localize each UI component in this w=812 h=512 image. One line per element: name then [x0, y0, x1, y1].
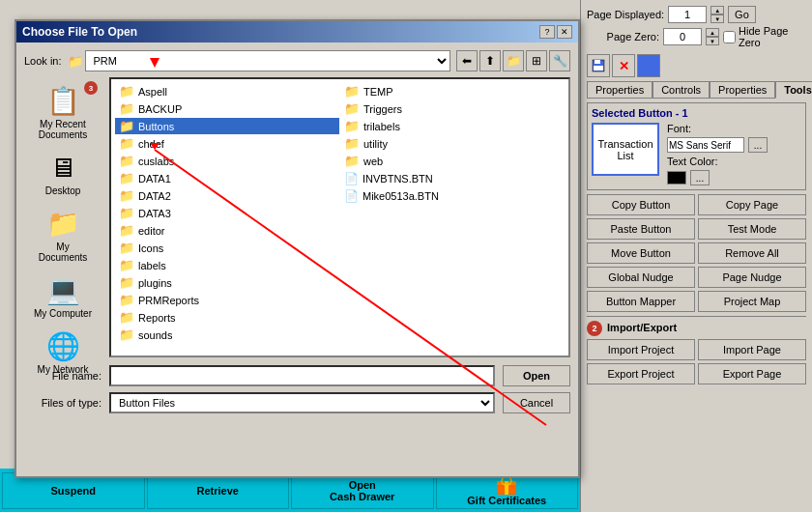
open-button[interactable]: Open — [503, 365, 570, 386]
remove-all-btn[interactable]: Remove All — [698, 242, 806, 264]
file-name-input[interactable] — [109, 365, 495, 386]
folder-icon: 📁 — [344, 84, 360, 99]
font-input[interactable] — [667, 137, 744, 153]
page-zero-input[interactable] — [663, 28, 702, 45]
nav-tools-btn[interactable]: 🔧 — [549, 50, 570, 71]
files-of-type-select[interactable]: Button Files — [109, 392, 495, 413]
svg-rect-1 — [594, 60, 600, 64]
tab-controls[interactable]: Controls — [652, 81, 710, 98]
folder-prmreports[interactable]: 📁 PRMReports — [115, 292, 339, 308]
folder-label: cuslabs — [138, 156, 174, 167]
page-up-btn[interactable]: ▲ — [710, 6, 724, 14]
file-list[interactable]: 📁 Aspell 📁 TEMP 📁 BACKUP 📁 Triggers — [109, 77, 570, 357]
folder-buttons[interactable]: 📁 Buttons — [115, 118, 339, 134]
cancel-button[interactable]: Cancel — [503, 392, 570, 413]
folder-trilabels[interactable]: 📁 trilabels — [340, 118, 565, 134]
folder-data1[interactable]: 📁 DATA1 — [115, 170, 339, 186]
look-in-row: Look in: 📁 PRM ⬅ ⬆ 📁 ⊞ 🔧 — [24, 50, 570, 71]
folder-label: Icons — [138, 242, 163, 254]
folder-labels[interactable]: 📁 labels — [115, 257, 339, 273]
dialog-body: Look in: 📁 PRM ⬅ ⬆ 📁 ⊞ 🔧 3 📋 — [16, 43, 578, 421]
left-item-documents[interactable]: 📁 My Documents — [28, 204, 98, 267]
paste-button-btn[interactable]: Paste Button — [587, 218, 695, 240]
nav-back-btn[interactable]: ⬅ — [456, 50, 478, 71]
left-panel-shortcuts: 3 📋 My RecentDocuments 🖥 Desktop 📁 My Do… — [24, 77, 102, 357]
font-ellipsis-btn[interactable]: ... — [748, 137, 768, 153]
folder-cuslabs[interactable]: 📁 cuslabs — [115, 153, 339, 169]
look-in-select[interactable]: PRM — [85, 50, 450, 71]
export-project-btn[interactable]: Export Project — [587, 363, 695, 384]
file-mike0513a[interactable]: 📄 Mike0513a.BTN — [340, 187, 565, 204]
left-item-recent[interactable]: 3 📋 My RecentDocuments — [28, 81, 98, 144]
folder-utility[interactable]: 📁 utility — [340, 135, 565, 152]
export-page-btn[interactable]: Export Page — [698, 363, 806, 384]
import-export-title: 2 Import/Export — [587, 321, 806, 336]
tab-properties2[interactable]: Properties — [710, 81, 775, 98]
button-preview[interactable]: TransactionList — [592, 123, 659, 176]
file-area: 3 📋 My RecentDocuments 🖥 Desktop 📁 My Do… — [24, 77, 570, 357]
folder-label: editor — [138, 225, 165, 237]
nav-new-folder-btn[interactable]: 📁 — [503, 50, 524, 71]
color-ellipsis-btn[interactable]: ... — [690, 170, 710, 185]
folder-icon: 📁 — [119, 84, 134, 99]
global-nudge-btn[interactable]: Global Nudge — [587, 267, 695, 288]
files-of-type-row: Files of type: Button Files Cancel — [24, 392, 570, 413]
text-color-swatch[interactable] — [667, 171, 686, 185]
copy-button-btn[interactable]: Copy Button — [587, 194, 695, 215]
import-project-btn[interactable]: Import Project — [587, 339, 695, 360]
recent-badge: 3 — [84, 81, 98, 95]
folder-reports[interactable]: 📁 Reports — [115, 309, 339, 326]
recent-icon: 📋 — [46, 85, 80, 117]
page-nudge-btn[interactable]: Page Nudge — [698, 267, 806, 288]
folder-aspell[interactable]: 📁 Aspell — [115, 83, 339, 100]
folder-triggers[interactable]: 📁 Triggers — [340, 100, 565, 117]
folder-label: plugins — [138, 277, 172, 289]
nav-view-btn[interactable]: ⊞ — [526, 50, 547, 71]
page-displayed-input[interactable] — [668, 6, 707, 23]
dialog-window-controls: ? ✕ — [539, 25, 572, 39]
left-item-network[interactable]: 🌐 My Network — [28, 327, 98, 379]
dialog-help-btn[interactable]: ? — [539, 25, 555, 39]
test-mode-btn[interactable]: Test Mode — [698, 218, 806, 240]
import-export-badge: 2 — [587, 321, 602, 336]
folder-plugins[interactable]: 📁 plugins — [115, 274, 339, 291]
folder-label: TEMP — [363, 86, 393, 98]
nav-up-btn[interactable]: ⬆ — [479, 50, 501, 71]
folder-temp[interactable]: 📁 TEMP — [340, 83, 565, 100]
folder-editor[interactable]: 📁 editor — [115, 222, 339, 239]
go-button[interactable]: Go — [728, 6, 756, 23]
copy-page-btn[interactable]: Copy Page — [698, 194, 806, 215]
folder-sounds[interactable]: 📁 sounds — [115, 327, 339, 343]
button-mapper-btn[interactable]: Button Mapper — [587, 291, 695, 312]
file-icon: 📄 — [344, 189, 359, 203]
color-square-btn[interactable] — [637, 54, 660, 77]
file-invbtns[interactable]: 📄 INVBTNS.BTN — [340, 170, 565, 186]
network-label: My Network — [38, 364, 89, 375]
import-page-btn[interactable]: Import Page — [698, 339, 806, 360]
page-down-btn[interactable]: ▼ — [710, 14, 724, 23]
folder-data3[interactable]: 📁 DATA3 — [115, 205, 339, 221]
save-icon-btn[interactable] — [587, 54, 610, 77]
folder-web[interactable]: 📁 web — [340, 153, 565, 169]
left-item-desktop[interactable]: 🖥 Desktop — [28, 148, 98, 200]
page-zero-down-btn[interactable]: ▼ — [706, 37, 719, 45]
page-zero-up-btn[interactable]: ▲ — [706, 28, 719, 37]
delete-icon-btn[interactable]: ✕ — [612, 54, 635, 77]
folder-icons[interactable]: 📁 Icons — [115, 240, 339, 256]
folder-icon: 📁 — [119, 241, 134, 255]
left-item-computer[interactable]: 💻 My Computer — [28, 270, 98, 323]
hide-page-zero-checkbox[interactable] — [723, 31, 736, 43]
move-button-btn[interactable]: Move Button — [587, 242, 695, 264]
folder-chdef[interactable]: 📁 chdef — [115, 135, 339, 152]
folder-backup[interactable]: 📁 BACKUP — [115, 100, 339, 117]
folder-data2[interactable]: 📁 DATA2 — [115, 187, 339, 204]
project-map-btn[interactable]: Project Map — [698, 291, 806, 312]
folder-label: BACKUP — [138, 103, 182, 115]
dialog-titlebar: Choose File To Open ? ✕ — [16, 21, 578, 43]
recent-label: My RecentDocuments — [39, 119, 88, 140]
tab-properties1[interactable]: Properties — [587, 81, 652, 98]
page-zero-spinner[interactable]: ▲ ▼ — [706, 28, 719, 45]
page-displayed-spinner[interactable]: ▲ ▼ — [710, 6, 724, 23]
tab-tools[interactable]: Tools — [775, 81, 812, 99]
dialog-close-btn[interactable]: ✕ — [557, 25, 572, 39]
